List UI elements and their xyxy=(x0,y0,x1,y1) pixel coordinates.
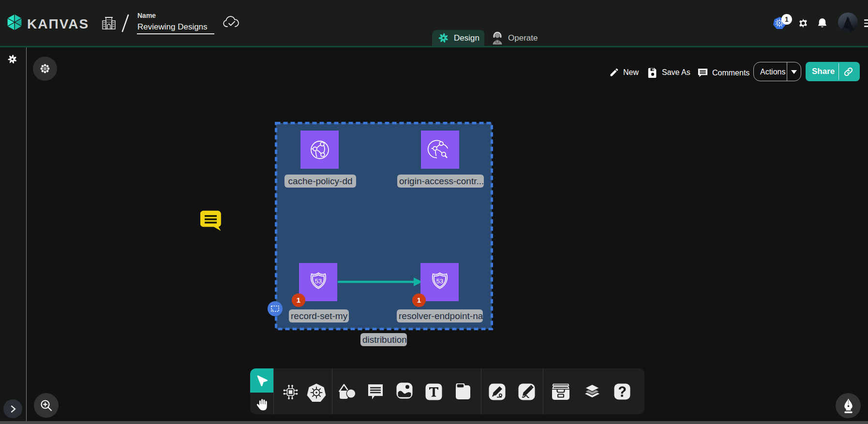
svg-text:53: 53 xyxy=(314,277,321,284)
svg-text:53: 53 xyxy=(436,277,443,284)
